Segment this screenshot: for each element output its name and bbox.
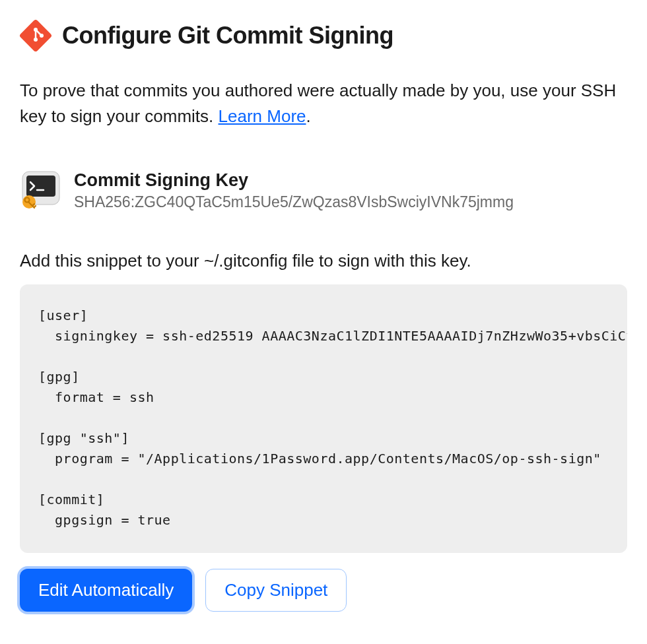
- edit-automatically-button[interactable]: Edit Automatically: [20, 569, 192, 612]
- copy-snippet-button[interactable]: Copy Snippet: [205, 569, 347, 612]
- code-block[interactable]: [user] signingkey = ssh-ed25519 AAAAC3Nz…: [20, 284, 627, 553]
- key-fingerprint: SHA256:ZGC40QTaC5m15Ue5/ZwQzas8VIsbSwciy…: [74, 193, 627, 211]
- page-title: Configure Git Commit Signing: [62, 22, 393, 49]
- code-content: [user] signingkey = ssh-ed25519 AAAAC3Nz…: [38, 306, 609, 541]
- snippet-instruction: Add this snippet to your ~/.gitconfig fi…: [20, 251, 627, 271]
- signing-key-section: Commit Signing Key SHA256:ZGC40QTaC5m15U…: [20, 169, 627, 211]
- description-before: To prove that commits you authored were …: [20, 80, 616, 126]
- key-title: Commit Signing Key: [74, 170, 627, 191]
- button-row: Edit Automatically Copy Snippet: [20, 569, 627, 612]
- dialog-header: Configure Git Commit Signing: [20, 20, 627, 51]
- learn-more-link[interactable]: Learn More: [219, 106, 306, 126]
- terminal-key-icon: [20, 169, 62, 211]
- git-icon: [20, 20, 51, 51]
- svg-rect-7: [26, 176, 55, 197]
- description-after: .: [306, 106, 311, 126]
- description-text: To prove that commits you authored were …: [20, 78, 627, 129]
- key-info: Commit Signing Key SHA256:ZGC40QTaC5m15U…: [74, 169, 627, 211]
